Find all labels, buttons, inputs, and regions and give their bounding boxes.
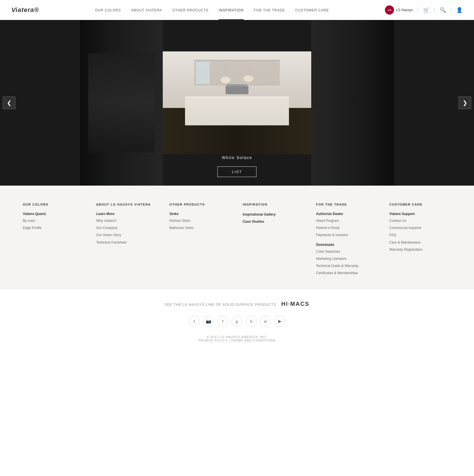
- nav-link-customer-care[interactable]: CUSTOMER CARE: [295, 8, 329, 12]
- footer-link-case-studies[interactable]: Case Studies: [243, 219, 305, 224]
- next-arrow-icon: ❯: [463, 99, 467, 106]
- kitchen-scene: [163, 51, 311, 154]
- footer-link-our-company[interactable]: Our Company: [96, 225, 158, 231]
- footer-sub-learn-more: Learn More: [96, 212, 158, 216]
- footer-sub-downloads: Downloads: [316, 243, 378, 247]
- footer-heading-for-trade: FOR THE TRADE: [316, 203, 378, 206]
- nav-right: LG LG Hausys | 🛒 | 🔍 | 👤: [385, 5, 463, 15]
- footer-col-inspiration: INSPIRATION Inspirational Gallery Case S…: [243, 203, 305, 278]
- footer-link-color-swatches[interactable]: Color Swatches: [316, 249, 378, 254]
- footer-link-care-maintenance[interactable]: Care & Maintenance: [389, 240, 451, 245]
- twitter-icon[interactable]: 𝕣: [217, 316, 228, 327]
- copyright-text: © 2017 LG HAUSYS AMERICA, INC.: [207, 335, 267, 339]
- nav-item-for-trade[interactable]: FOR THE TRADE: [254, 7, 285, 13]
- nav-item-our-colors[interactable]: OUR COLORS: [95, 7, 121, 13]
- nav-item-customer-care[interactable]: CUSTOMER CARE: [295, 7, 329, 13]
- footer-sub-viatera-support: Viatera Support: [389, 212, 451, 216]
- footer-link-why-viatera[interactable]: Why Viatera?: [96, 218, 158, 224]
- facebook-icon[interactable]: f: [189, 316, 200, 327]
- himacs-line: SEE THE LG HAUSYS LINE OF SOLID SURFACE …: [6, 301, 468, 307]
- footer-link-marketing-literature[interactable]: Marketing Literature: [316, 256, 378, 262]
- lg-hausys-label: LG Hausys: [396, 8, 413, 12]
- footer-legal: © 2017 LG HAUSYS AMERICA, INC. PRIVATE P…: [6, 335, 468, 342]
- nav-item-inspiration[interactable]: INSPIRATION: [219, 7, 244, 13]
- footer-link-faq[interactable]: FAQ: [389, 232, 451, 238]
- prev-arrow-icon: ❮: [7, 99, 12, 106]
- legal-separator: |: [229, 339, 231, 342]
- slide-left-panel: [80, 20, 163, 186]
- footer-main: OUR COLORS Viatera Quartz By color Edge …: [0, 186, 474, 289]
- footer-link-warranty-registration[interactable]: Warranty Registration: [389, 247, 451, 252]
- youtube-icon[interactable]: ▶: [274, 316, 285, 327]
- himacs-brand: HI·MACS: [281, 301, 309, 307]
- svg-rect-7: [226, 86, 248, 94]
- nav-link-inspiration[interactable]: INSPIRATION: [219, 8, 244, 20]
- nav-links: OUR COLORS ABOUT VIATERA OTHER PROCUCTS …: [95, 7, 329, 13]
- lg-logo-circle: LG: [385, 5, 394, 15]
- slider-track: [0, 20, 474, 186]
- main-nav: Viatera® OUR COLORS ABOUT VIATERA OTHER …: [0, 0, 474, 20]
- terms-conditions-link[interactable]: TERMS AND CONDITIONS: [231, 339, 276, 342]
- left-panel-image: [80, 20, 163, 186]
- footer-sub-viatera-quartz: Viatera Quartz: [23, 212, 85, 216]
- footer-sub-sinks: Sinks: [169, 212, 231, 216]
- footer-link-payments-invoices[interactable]: Payments & Invoices: [316, 232, 378, 238]
- footer-col-customer-care: CUSTOMER CARE Viatera Support Contact Us…: [389, 203, 451, 278]
- footer-link-kitchen-sinks[interactable]: Kitchen Sinks: [169, 218, 231, 224]
- footer-heading-inspiration: INSPIRATION: [243, 203, 305, 206]
- nav-link-about[interactable]: ABOUT VIATERA: [131, 8, 162, 12]
- lg-hausys-logo: LG LG Hausys: [385, 5, 413, 15]
- footer-col-about: ABOUT LG HAUSYS VIATERA Learn More Why V…: [96, 203, 158, 278]
- footer-link-bathroom-sinks[interactable]: Bathroom Sinks: [169, 225, 231, 231]
- right-panel-image: [311, 20, 394, 186]
- nav-item-other-products[interactable]: OTHER PROCUCTS: [172, 7, 208, 13]
- footer-heading-other-products: OTHER PRODUCTS: [169, 203, 231, 206]
- footer-link-certificates[interactable]: Certificates & Memberships: [316, 270, 378, 276]
- himacs-description: SEE THE LG HAUSYS LINE OF SOLID SURFACE …: [165, 303, 276, 307]
- nav-item-about[interactable]: ABOUT VIATERA: [131, 7, 162, 13]
- nav-link-our-colors[interactable]: OUR COLORS: [95, 8, 121, 12]
- privacy-policy-link[interactable]: PRIVATE POLICY: [198, 339, 228, 342]
- footer-link-technical-guide[interactable]: Technical Guide & Warranty: [316, 263, 378, 269]
- footer-link-technical-factsheet[interactable]: Technical Factsheet: [96, 240, 158, 245]
- slide-right-panel: [311, 20, 394, 186]
- footer-col-for-trade: FOR THE TRADE Authorize Dealer About Pro…: [316, 203, 378, 278]
- footer-heading-our-colors: OUR COLORS: [23, 203, 85, 206]
- slider-next-button[interactable]: ❯: [459, 97, 471, 109]
- list-button[interactable]: List: [217, 166, 256, 177]
- pinterest-icon[interactable]: p: [232, 316, 242, 327]
- footer-link-commercial-inquiries[interactable]: Commercial Inquiries: [389, 225, 451, 231]
- nav-link-other-products[interactable]: OTHER PROCUCTS: [172, 8, 208, 12]
- svg-point-5: [243, 75, 254, 82]
- nav-link-for-trade[interactable]: FOR THE TRADE: [254, 8, 285, 12]
- footer-link-by-color[interactable]: By color: [23, 218, 85, 224]
- footer-sub-authorize-dealer: Authorize Dealer: [316, 212, 378, 216]
- nav-divider-2: |: [434, 7, 435, 13]
- linkedin-icon[interactable]: in: [260, 316, 271, 327]
- instagram-icon[interactable]: 📷: [203, 316, 214, 327]
- footer-heading-about: ABOUT LG HAUSYS VIATERA: [96, 203, 158, 206]
- slide-center-image: [163, 51, 311, 154]
- brand-logo[interactable]: Viatera®: [11, 6, 39, 14]
- svg-rect-8: [227, 84, 247, 87]
- slider-prev-button[interactable]: ❮: [3, 97, 15, 109]
- footer-link-inspirational-gallery[interactable]: Inspirational Gallery: [243, 212, 305, 217]
- footer-col-our-colors: OUR COLORS Viatera Quartz By color Edge …: [23, 203, 85, 278]
- houzz-icon[interactable]: h: [246, 316, 257, 327]
- slide-caption: White Solace: [0, 155, 474, 160]
- search-icon[interactable]: 🔍: [440, 7, 446, 13]
- cart-icon[interactable]: 🛒: [423, 7, 429, 13]
- footer-link-contact-us[interactable]: Contact Us: [389, 218, 451, 224]
- svg-point-3: [220, 77, 231, 83]
- svg-rect-1: [194, 60, 280, 61]
- footer-link-about-program[interactable]: About Program: [316, 218, 378, 224]
- footer-col-other-products: OTHER PRODUCTS Sinks Kitchen Sinks Bathr…: [169, 203, 231, 278]
- svg-rect-6: [196, 61, 210, 84]
- footer-link-partners-portal[interactable]: Partner's Portal: [316, 225, 378, 231]
- footer-link-green-story[interactable]: Our Green Story: [96, 232, 158, 238]
- user-icon[interactable]: 👤: [456, 7, 463, 13]
- footer-link-edge-profile[interactable]: Edge Profile: [23, 225, 85, 231]
- footer-heading-customer-care: CUSTOMER CARE: [389, 203, 451, 206]
- nav-divider-3: |: [451, 7, 452, 13]
- hero-slider: ❮ ❯ White Solace List: [0, 20, 474, 186]
